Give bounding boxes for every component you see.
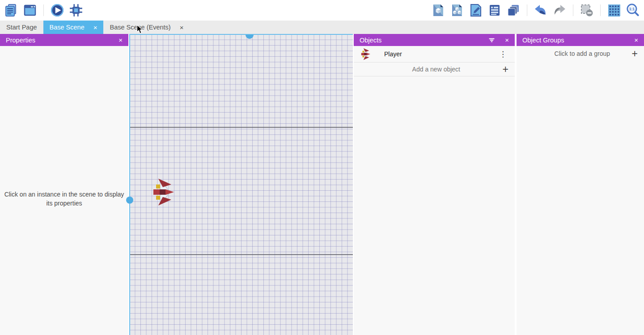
add-group-plus-icon[interactable]: + — [632, 49, 638, 59]
instances-list-icon[interactable] — [487, 3, 502, 18]
close-tab-icon[interactable]: × — [93, 24, 97, 31]
play-preview-icon[interactable] — [50, 3, 65, 18]
grid-major-line — [129, 254, 353, 255]
toggle-grid-icon[interactable] — [606, 3, 622, 18]
toolbar-right-group: 1:1 — [431, 3, 644, 18]
scene-editor-canvas[interactable] — [129, 34, 353, 335]
deselect-instances-icon[interactable] — [579, 3, 594, 18]
panel-resize-handle-top[interactable] — [246, 35, 254, 39]
panel-title: Properties — [6, 37, 35, 44]
layers-panel-icon[interactable] — [506, 3, 521, 18]
objects-panel-header: Objects × — [354, 34, 515, 46]
objects-panel-icon[interactable] — [431, 3, 446, 18]
objects-panel: Objects × Player ⋮ A — [354, 34, 515, 335]
object-groups-panel-header: Object Groups × — [517, 34, 644, 46]
panel-resize-handle-left[interactable] — [126, 197, 133, 204]
main-toolbar: 1:1 — [0, 0, 644, 21]
editor-tabbar: Start Page Base Scene × Base Scene (Even… — [0, 21, 644, 34]
undo-icon[interactable] — [533, 3, 548, 18]
toolbar-separator — [600, 4, 601, 16]
canvas-frame-left — [129, 34, 130, 335]
canvas-frame-top — [129, 34, 353, 35]
toolbar-separator — [527, 4, 527, 16]
toolbar-left-group — [0, 3, 84, 18]
player-object-thumbnail — [360, 48, 371, 60]
properties-empty-message: Click on an instance in the scene to dis… — [0, 190, 128, 208]
gdevelop-editor-window: 1:1 Start Page Base Scene × Base Scene (… — [0, 0, 644, 335]
tab-base-scene[interactable]: Base Scene × — [43, 21, 104, 34]
add-object-label: Add a new object — [360, 66, 503, 73]
properties-panel: Properties × Click on an instance in the… — [0, 34, 128, 335]
object-options-icon[interactable]: ⋮ — [497, 50, 508, 59]
add-object-row[interactable]: Add a new object + — [354, 63, 515, 76]
add-group-row[interactable]: Click to add a group + — [517, 46, 644, 61]
tab-label: Base Scene (Events) — [110, 24, 170, 31]
player-instance-sprite[interactable] — [151, 178, 175, 206]
close-panel-icon[interactable]: × — [119, 36, 123, 44]
tab-label: Base Scene — [50, 24, 85, 31]
debug-icon[interactable] — [68, 3, 84, 18]
toolbar-separator — [43, 4, 44, 16]
close-panel-icon[interactable]: × — [634, 36, 638, 44]
panel-title: Object Groups — [522, 37, 564, 44]
zoom-1-1-icon[interactable]: 1:1 — [625, 3, 640, 18]
preview-window-icon[interactable] — [22, 3, 38, 18]
object-groups-panel: Object Groups × Click to add a group + — [517, 34, 644, 335]
object-list-item-player[interactable]: Player ⋮ — [354, 46, 515, 63]
zoom-level-label: 1:1 — [629, 7, 635, 11]
redo-icon[interactable] — [552, 3, 567, 18]
tab-label: Start Page — [6, 24, 37, 31]
add-group-label: Click to add a group — [523, 50, 632, 57]
grid-major-line — [129, 127, 353, 128]
panel-title: Objects — [360, 37, 381, 44]
toolbar-separator — [573, 4, 573, 16]
tab-base-scene-events[interactable]: Base Scene (Events) × — [103, 21, 190, 34]
object-groups-panel-icon[interactable] — [449, 3, 465, 18]
properties-panel-icon[interactable] — [468, 3, 483, 18]
filter-icon[interactable] — [488, 37, 495, 43]
add-object-plus-icon[interactable]: + — [503, 64, 508, 75]
close-panel-icon[interactable]: × — [505, 36, 509, 44]
object-name-label: Player — [384, 50, 402, 58]
project-manager-icon[interactable] — [4, 3, 19, 18]
properties-panel-header: Properties × — [0, 34, 128, 46]
close-tab-icon[interactable]: × — [180, 24, 184, 31]
tab-start-page[interactable]: Start Page — [0, 21, 43, 34]
